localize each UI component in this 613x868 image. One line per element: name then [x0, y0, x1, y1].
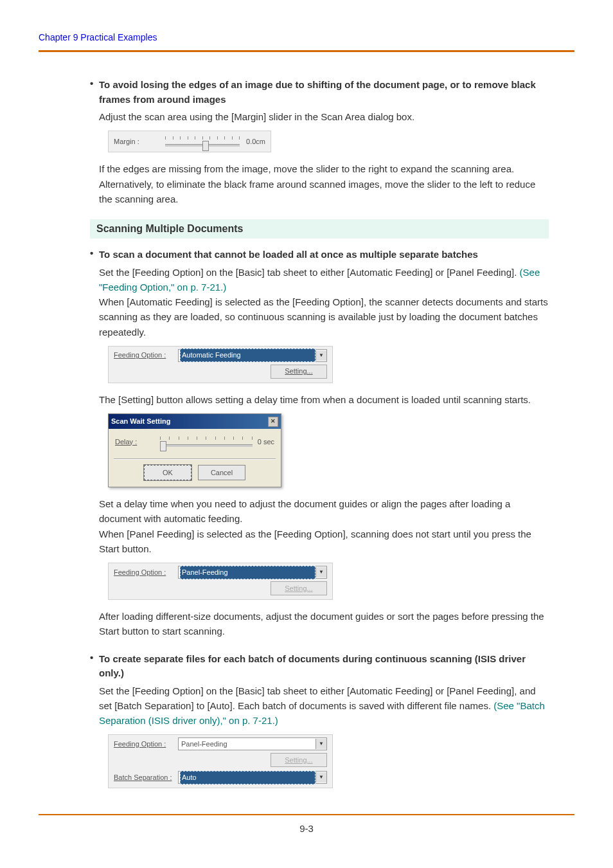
body-text: The [Setting] button allows setting a de…: [99, 392, 549, 407]
batch-separation-label: Batch Separation :: [114, 772, 178, 783]
body-text: If the edges are missing from the image,…: [99, 161, 549, 206]
body-text: Adjust the scan area using the [Margin] …: [99, 109, 549, 124]
select-value: Auto: [180, 771, 315, 784]
body-text: When [Automatic Feeding] is selected as …: [99, 294, 549, 339]
feeding-option-panel: Feeding Option : Panel-Feeding ▼ Setting…: [108, 563, 333, 600]
feeding-option-panel: Feeding Option : Automatic Feeding ▼ Set…: [108, 346, 333, 383]
setting-button: Setting...: [271, 753, 327, 767]
margin-slider[interactable]: [165, 135, 240, 148]
bullet-icon: •: [90, 248, 99, 258]
batch-separation-select[interactable]: Auto ▼: [178, 771, 327, 784]
delay-value: 0 sec: [258, 437, 274, 448]
scan-wait-dialog: Scan Wait Setting ✕ Delay :: [108, 413, 281, 487]
delay-label: Delay :: [115, 437, 160, 448]
bullet-icon: •: [90, 652, 99, 663]
body-text: Set the [Feeding Option] on the [Basic] …: [99, 265, 549, 295]
bullet-icon: •: [90, 78, 99, 89]
feeding-option-select[interactable]: Automatic Feeding ▼: [178, 349, 327, 362]
delay-slider[interactable]: [160, 435, 253, 448]
body-text: Set a delay time when you need to adjust…: [99, 496, 549, 527]
feeding-option-select[interactable]: Panel-Feeding ▼: [178, 737, 327, 750]
dropdown-arrow-icon: ▼: [315, 350, 326, 361]
cancel-button[interactable]: Cancel: [198, 465, 245, 480]
feeding-option-select[interactable]: Panel-Feeding ▼: [178, 566, 327, 579]
header-divider: [39, 50, 574, 52]
bullet-title: To avoid losing the edges of an image du…: [99, 78, 549, 107]
body-text: When [Panel Feeding] is selected as the …: [99, 527, 549, 557]
body-text: After loading different-size documents, …: [99, 609, 549, 639]
dialog-titlebar: Scan Wait Setting ✕: [109, 414, 281, 429]
dropdown-arrow-icon: ▼: [315, 567, 326, 577]
feeding-option-label: Feeding Option :: [114, 350, 178, 361]
select-value: Automatic Feeding: [180, 348, 315, 362]
setting-button[interactable]: Setting...: [271, 365, 327, 379]
section-header: Scanning Multiple Documents: [90, 219, 549, 239]
chapter-title: Chapter 9 Practical Examples: [39, 32, 157, 42]
dialog-title-text: Scan Wait Setting: [111, 416, 171, 427]
page-number: 9-3: [39, 815, 574, 842]
dropdown-arrow-icon: ▼: [315, 739, 326, 749]
text-segment: Set the [Feeding Option] on the [Basic] …: [99, 267, 520, 278]
feeding-option-label: Feeding Option :: [114, 567, 178, 578]
setting-button: Setting...: [271, 581, 327, 595]
bullet-title: To create separate files for each batch …: [99, 652, 549, 681]
margin-slider-panel: Margin : 0.0cm: [108, 131, 271, 152]
text-segment: Set the [Feeding Option] on the [Basic] …: [99, 685, 536, 711]
feeding-option-label: Feeding Option :: [114, 739, 178, 750]
feeding-batch-panel: Feeding Option : Panel-Feeding ▼ Setting…: [108, 734, 333, 788]
bullet-title: To scan a document that cannot be loaded…: [99, 248, 478, 262]
margin-label: Margin :: [114, 136, 165, 147]
body-text: Set the [Feeding Option] on the [Basic] …: [99, 683, 549, 728]
dropdown-arrow-icon: ▼: [315, 772, 326, 782]
page-header: Chapter 9 Practical Examples: [39, 32, 574, 42]
margin-value: 0.0cm: [246, 136, 265, 147]
ok-button[interactable]: OK: [144, 465, 191, 480]
select-value: Panel-Feeding: [180, 566, 315, 579]
select-value: Panel-Feeding: [180, 738, 315, 750]
close-icon[interactable]: ✕: [268, 417, 278, 427]
